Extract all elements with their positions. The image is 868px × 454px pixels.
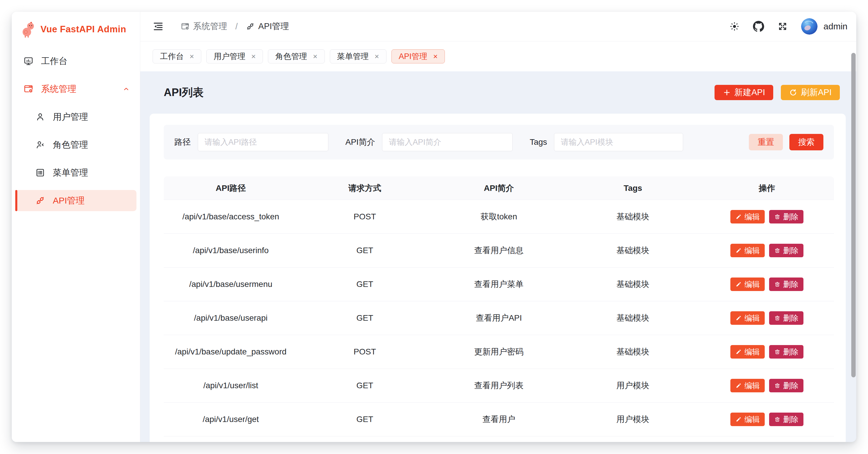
cell-tags: 用户模块: [566, 414, 700, 425]
sidebar-menu: 工作台 系统管理: [12, 47, 140, 211]
sidebar-item-label: 系统管理: [41, 83, 76, 95]
edit-button[interactable]: 编辑: [731, 244, 765, 257]
tab-label: 角色管理: [275, 51, 307, 62]
scrollbar-thumb[interactable]: [851, 53, 856, 377]
role-icon: [35, 140, 45, 150]
edit-label: 编辑: [744, 313, 760, 323]
tab-label: 菜单管理: [337, 51, 369, 62]
cell-method: GET: [298, 246, 432, 255]
trash-icon: [774, 281, 780, 287]
avatar: [801, 18, 817, 35]
cell-actions: 编辑 删除: [700, 311, 834, 325]
edit-button[interactable]: 编辑: [731, 311, 765, 325]
tab-menus[interactable]: 菜单管理 ×: [330, 49, 386, 63]
close-icon[interactable]: ×: [251, 53, 256, 60]
cell-actions: 编辑 删除: [700, 345, 834, 359]
reset-button[interactable]: 重置: [749, 134, 783, 150]
delete-button[interactable]: 删除: [769, 244, 803, 257]
delete-button[interactable]: 删除: [769, 278, 803, 291]
create-api-label: 新建API: [735, 87, 765, 98]
pencil-icon: [735, 247, 742, 254]
app-window: Vue FastAPI Admin 工作台: [12, 12, 856, 442]
tab-users[interactable]: 用户管理 ×: [206, 49, 263, 63]
cell-api-path: /api/v1/user/list: [164, 381, 298, 390]
table-row: /api/v1/base/update_password POST 更新用户密码…: [164, 335, 834, 369]
trash-icon: [774, 416, 780, 423]
delete-label: 删除: [783, 347, 799, 357]
cell-actions: 编辑 删除: [700, 210, 834, 224]
create-api-button[interactable]: 新建API: [715, 85, 774, 100]
user-icon: [35, 112, 45, 122]
monitor-icon: [24, 56, 33, 66]
top-header: 系统管理 / API管理: [140, 12, 856, 41]
system-settings-icon: [24, 84, 33, 94]
close-icon[interactable]: ×: [313, 53, 317, 60]
cell-summary: 查看用户信息: [432, 245, 566, 256]
refresh-api-button[interactable]: 刷新API: [781, 85, 840, 100]
delete-button[interactable]: 删除: [769, 345, 803, 359]
trash-icon: [774, 247, 780, 254]
edit-label: 编辑: [744, 279, 760, 289]
edit-button[interactable]: 编辑: [731, 278, 765, 291]
breadcrumb-system[interactable]: 系统管理: [181, 21, 227, 32]
summary-filter-input[interactable]: [382, 133, 513, 151]
cell-method: GET: [298, 415, 432, 424]
table-row: /api/v1/base/userinfo GET 查看用户信息 基础模块 编辑: [164, 234, 834, 267]
close-icon[interactable]: ×: [375, 53, 379, 60]
trash-icon: [774, 382, 780, 389]
tab-workbench[interactable]: 工作台 ×: [153, 49, 201, 63]
breadcrumb: 系统管理 / API管理: [181, 21, 289, 32]
chevron-up-icon: [122, 85, 130, 93]
cell-summary: 查看用户: [432, 414, 566, 425]
github-icon[interactable]: [753, 21, 764, 32]
sidebar-item-workbench[interactable]: 工作台: [15, 51, 136, 72]
page-content: API列表 新建API 刷新API: [140, 72, 856, 442]
path-filter-input[interactable]: [198, 133, 328, 151]
cell-tags: 基础模块: [566, 312, 700, 323]
system-settings-icon: [181, 22, 190, 31]
table-row: /api/v1/base/usermenu GET 查看用户菜单 基础模块 编辑: [164, 267, 834, 301]
tab-label: 工作台: [160, 51, 184, 62]
fullscreen-icon[interactable]: [778, 22, 787, 31]
app-logo[interactable]: Vue FastAPI Admin: [12, 12, 140, 47]
user-menu[interactable]: admin: [801, 18, 847, 35]
col-method: 请求方式: [298, 183, 432, 194]
trash-icon: [774, 348, 780, 355]
theme-toggle-sun-icon[interactable]: [730, 22, 740, 31]
tab-roles[interactable]: 角色管理 ×: [268, 49, 324, 63]
app-title: Vue FastAPI Admin: [40, 24, 126, 35]
delete-button[interactable]: 删除: [769, 379, 803, 392]
delete-label: 删除: [783, 380, 799, 391]
sidebar-item-roles[interactable]: 角色管理: [15, 134, 136, 155]
pencil-icon: [735, 348, 742, 355]
breadcrumb-api[interactable]: API管理: [246, 21, 289, 32]
breadcrumb-label: API管理: [258, 21, 289, 32]
sidebar-item-label: 用户管理: [53, 111, 88, 123]
delete-label: 删除: [783, 212, 799, 222]
delete-button[interactable]: 删除: [769, 413, 803, 426]
edit-button[interactable]: 编辑: [731, 345, 765, 359]
tags-filter-input[interactable]: [554, 133, 683, 151]
collapse-sidebar-icon[interactable]: [153, 21, 164, 32]
breadcrumb-label: 系统管理: [193, 21, 227, 32]
sidebar-item-menus[interactable]: 菜单管理: [15, 162, 136, 183]
page-title: API列表: [164, 85, 204, 100]
delete-button[interactable]: 删除: [769, 311, 803, 325]
delete-button[interactable]: 删除: [769, 210, 803, 224]
cell-method: POST: [298, 212, 432, 221]
cell-api-path: /api/v1/base/usermenu: [164, 280, 298, 289]
search-button[interactable]: 搜索: [789, 134, 824, 150]
cell-method: POST: [298, 347, 432, 357]
edit-button[interactable]: 编辑: [731, 210, 765, 224]
sidebar-item-users[interactable]: 用户管理: [15, 106, 136, 127]
close-icon[interactable]: ×: [433, 53, 437, 60]
edit-button[interactable]: 编辑: [731, 413, 765, 426]
sidebar-item-system[interactable]: 系统管理: [15, 78, 136, 100]
tab-api[interactable]: API管理 ×: [392, 49, 445, 63]
close-icon[interactable]: ×: [190, 53, 194, 60]
edit-button[interactable]: 编辑: [731, 379, 765, 392]
cell-summary: 查看用户菜单: [432, 279, 566, 290]
cell-api-path: /api/v1/base/update_password: [164, 347, 298, 357]
sidebar-item-api[interactable]: API管理: [15, 190, 136, 211]
sidebar-item-label: 工作台: [41, 55, 67, 67]
